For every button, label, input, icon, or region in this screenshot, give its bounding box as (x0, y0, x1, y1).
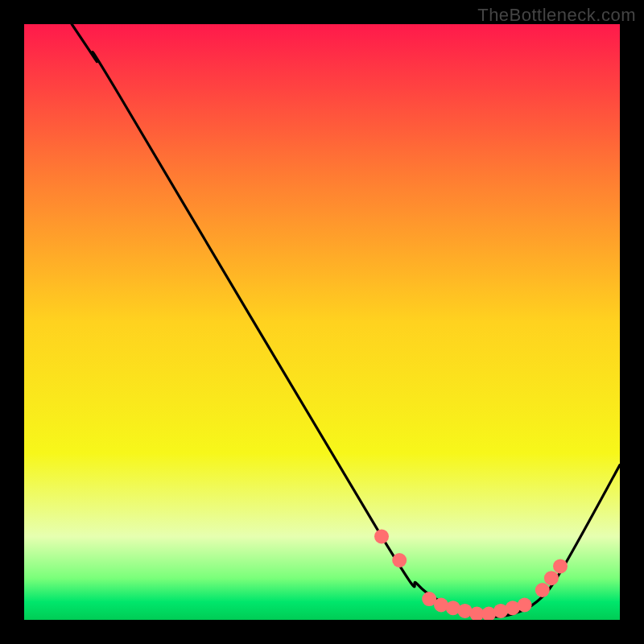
highlight-point (535, 583, 550, 597)
highlight-point (518, 598, 532, 613)
plot-area (24, 24, 620, 620)
watermark-text: TheBottleneck.com (477, 5, 636, 26)
chart-frame: TheBottleneck.com (0, 0, 644, 644)
highlight-point (374, 529, 389, 543)
highlight-point (553, 559, 568, 573)
chart-svg (24, 24, 620, 620)
highlight-point (392, 553, 407, 568)
highlight-point (544, 571, 559, 585)
gradient-background (24, 24, 620, 620)
